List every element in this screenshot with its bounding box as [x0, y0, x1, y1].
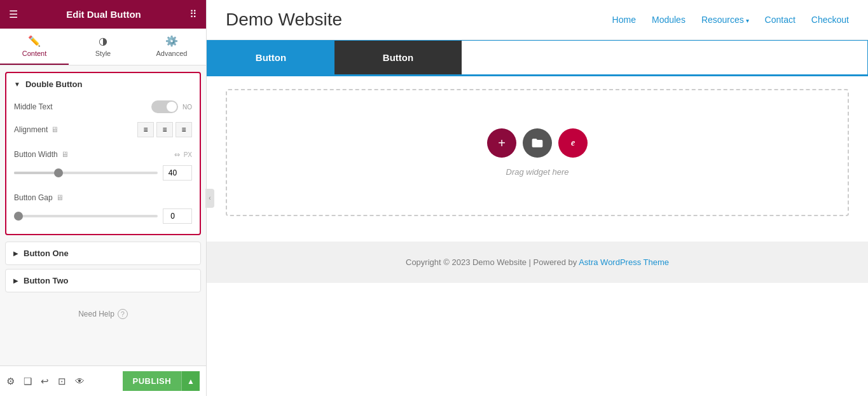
align-center-button[interactable]: ≡	[156, 122, 173, 137]
need-help-text: Need Help	[78, 310, 114, 318]
button-gap-slider-track[interactable]	[14, 215, 158, 217]
hamburger-icon[interactable]: ☰	[9, 8, 18, 20]
alignment-buttons: ≡ ≡ ≡	[137, 122, 192, 137]
button-width-row: Button Width 🖥 ⇔ PX	[6, 141, 200, 164]
drop-zone: + e Drag widget here	[226, 89, 849, 216]
alignment-label: Alignment 🖥	[14, 125, 137, 134]
align-left-button[interactable]: ≡	[137, 122, 154, 137]
align-right-button[interactable]: ≡	[176, 122, 192, 137]
widget-selected-outline: Button Button	[207, 40, 868, 76]
button-width-input[interactable]	[163, 165, 192, 181]
grid-icon[interactable]: ⠿	[189, 8, 197, 20]
button-one-section: ▶ Button One	[5, 242, 201, 265]
left-panel: ☰ Edit Dual Button ⠿ ✏️ Content ◑ Style …	[0, 0, 207, 396]
panel-content: ▼ Double Button Middle Text NO Alignment…	[0, 65, 206, 365]
width-unit-icon: ⇔	[174, 151, 180, 159]
tab-style[interactable]: ◑ Style	[69, 29, 137, 65]
footer-link[interactable]: Astra WordPress Theme	[579, 257, 669, 267]
layers-toolbar-icon[interactable]: ❑	[24, 376, 32, 387]
site-title: Demo Website	[226, 10, 612, 30]
elementor-button[interactable]: e	[558, 128, 588, 158]
responsive-toolbar-icon[interactable]: ⊡	[58, 376, 66, 387]
button-one-title: Button One	[24, 249, 69, 258]
publish-group: PUBLISH ▲	[123, 371, 200, 391]
button-gap-row: Button Gap 🖥	[6, 184, 200, 207]
button-gap-slider-row	[6, 207, 200, 228]
publish-button[interactable]: PUBLISH	[123, 371, 182, 391]
drop-zone-container: + e Drag widget here	[207, 76, 868, 229]
site-footer: Copyright © 2023 Demo Website | Powered …	[207, 242, 868, 283]
gap-monitor-icon: 🖥	[56, 193, 64, 202]
add-widget-button[interactable]: +	[487, 128, 516, 158]
bottom-toolbar: ⚙ ❑ ↩ ⊡ 👁 PUBLISH ▲	[0, 365, 206, 396]
tab-advanced[interactable]: ⚙️ Advanced	[137, 29, 206, 65]
toolbar-icons: ⚙ ❑ ↩ ⊡ 👁	[6, 376, 85, 387]
width-monitor-icon: 🖥	[61, 150, 69, 159]
gear-toolbar-icon[interactable]: ⚙	[6, 376, 15, 387]
nav-checkout[interactable]: Checkout	[811, 15, 849, 25]
button-width-unit: ⇔ PX	[174, 151, 192, 159]
double-button-section: ▼ Double Button Middle Text NO Alignment…	[5, 72, 201, 235]
drop-zone-actions: + e	[487, 128, 588, 158]
drop-zone-text: Drag widget here	[506, 167, 569, 177]
middle-text-toggle[interactable]	[151, 100, 178, 113]
button-width-label: Button Width 🖥	[14, 150, 174, 159]
dual-btn-left[interactable]: Button	[207, 41, 334, 74]
panel-header: ☰ Edit Dual Button ⠿	[0, 0, 206, 29]
footer-text: Copyright © 2023 Demo Website | Powered …	[406, 257, 579, 267]
dual-btn-right[interactable]: Button	[334, 41, 462, 74]
content-tab-icon: ✏️	[28, 35, 41, 47]
undo-toolbar-icon[interactable]: ↩	[41, 376, 49, 387]
collapse-handle[interactable]: ‹	[205, 189, 214, 208]
button-width-slider-thumb[interactable]	[54, 168, 63, 177]
button-two-arrow: ▶	[13, 277, 18, 284]
button-gap-input[interactable]	[163, 208, 192, 224]
middle-text-label: Middle Text	[14, 102, 151, 111]
double-button-title: Double Button	[25, 79, 83, 89]
double-button-header[interactable]: ▼ Double Button	[6, 73, 200, 95]
site-nav: Home Modules Resources Contact Checkout	[612, 15, 849, 25]
nav-modules[interactable]: Modules	[652, 15, 685, 25]
toggle-no-label: NO	[183, 104, 192, 111]
button-two-header[interactable]: ▶ Button Two	[6, 270, 200, 292]
button-gap-label: Button Gap 🖥	[14, 193, 192, 202]
right-panel: Demo Website Home Modules Resources Cont…	[207, 0, 868, 396]
button-width-slider-row	[6, 164, 200, 184]
site-header: Demo Website Home Modules Resources Cont…	[207, 0, 868, 40]
button-one-arrow: ▶	[13, 250, 18, 257]
need-help: Need Help ?	[0, 296, 206, 332]
widget-area: Button Button	[207, 40, 868, 76]
eye-toolbar-icon[interactable]: 👁	[75, 376, 85, 386]
alignment-monitor-icon: 🖥	[51, 125, 59, 134]
section-arrow-icon: ▼	[14, 81, 20, 88]
nav-resources[interactable]: Resources	[701, 15, 749, 25]
panel-tabs: ✏️ Content ◑ Style ⚙️ Advanced	[0, 29, 206, 65]
alignment-row: Alignment 🖥 ≡ ≡ ≡	[6, 118, 200, 141]
middle-text-control: NO	[151, 100, 192, 113]
nav-home[interactable]: Home	[612, 15, 636, 25]
panel-title: Edit Dual Button	[18, 9, 189, 20]
nav-contact[interactable]: Contact	[765, 15, 796, 25]
publish-arrow-button[interactable]: ▲	[181, 371, 200, 391]
advanced-tab-icon: ⚙️	[165, 35, 178, 47]
button-two-title: Button Two	[24, 276, 69, 285]
width-unit-label: PX	[184, 151, 192, 158]
button-width-slider-track[interactable]	[14, 172, 158, 174]
tab-content[interactable]: ✏️ Content	[0, 29, 69, 65]
button-two-section: ▶ Button Two	[5, 269, 201, 292]
help-circle-icon[interactable]: ?	[118, 309, 128, 319]
middle-text-row: Middle Text NO	[6, 95, 200, 118]
button-gap-slider-thumb[interactable]	[14, 212, 23, 221]
style-tab-icon: ◑	[99, 35, 107, 47]
folder-button[interactable]	[523, 128, 552, 158]
dual-button-bar: Button Button	[207, 41, 867, 76]
button-one-header[interactable]: ▶ Button One	[6, 242, 200, 264]
